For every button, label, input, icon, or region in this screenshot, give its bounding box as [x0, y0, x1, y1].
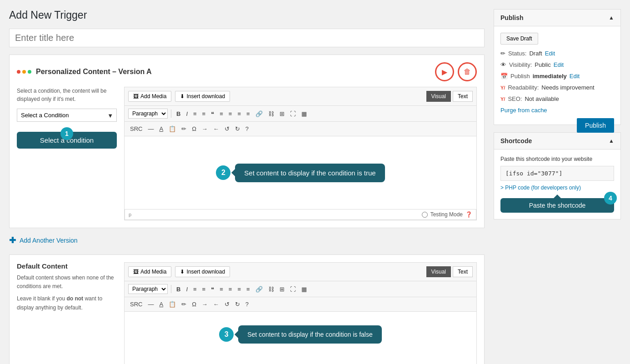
testing-mode-help-icon: ❓	[465, 211, 472, 218]
ol-button[interactable]: ≡	[200, 110, 208, 118]
add-media-icon: 🖼	[133, 93, 139, 100]
default-quote-button[interactable]: ❝	[209, 285, 216, 294]
dot-yellow	[22, 70, 26, 74]
default-editor-area[interactable]: 3 Set content to display if the conditio…	[124, 311, 477, 364]
quote-button[interactable]: ❝	[209, 110, 216, 118]
tab-text[interactable]: Text	[453, 91, 473, 102]
indent-in-button[interactable]: →	[200, 125, 210, 133]
default-align-justify-button[interactable]: ≡	[245, 285, 252, 294]
default-content-block: Default Content Default content shows wh…	[9, 254, 485, 364]
default-undo-button[interactable]: ↺	[223, 300, 231, 309]
default-align-left-button[interactable]: ≡	[218, 285, 225, 294]
default-align-center-button[interactable]: ≡	[227, 285, 234, 294]
default-insert-download-label: Insert download	[186, 269, 225, 275]
default-sep	[171, 285, 171, 293]
default-bold-button[interactable]: B	[175, 285, 182, 294]
editor-area-version[interactable]: 2 Set content to display if the conditio…	[124, 136, 477, 220]
grid-button[interactable]: ▦	[300, 110, 309, 118]
default-tab-text[interactable]: Text	[453, 266, 473, 277]
testing-mode-label: Testing Mode	[430, 211, 463, 218]
default-indent-out-button[interactable]: ←	[211, 300, 221, 309]
visibility-edit-link[interactable]: Edit	[554, 61, 564, 68]
default-ol-button[interactable]: ≡	[200, 285, 208, 294]
default-insert-download-button[interactable]: ⬇ Insert download	[175, 266, 230, 277]
publish-time-row: 📅 Publish immediately Edit	[500, 73, 614, 80]
text-color-button[interactable]: A	[157, 125, 165, 133]
play-button[interactable]: ▶	[435, 62, 454, 81]
default-help-button[interactable]: ?	[244, 300, 250, 309]
italic-button[interactable]: I	[184, 110, 190, 118]
insert-icon: ⬇	[180, 93, 185, 100]
readability-row: Y/ Readability: Needs improvement	[500, 84, 614, 91]
publish-button[interactable]: Publish	[577, 118, 614, 133]
shortcode-code-box[interactable]: [ifso id="3077"]	[500, 166, 614, 181]
chevron-up-icon: ▲	[609, 15, 614, 21]
default-unlink-button[interactable]: ⛓	[266, 285, 276, 294]
shortcode-chevron-icon: ▲	[609, 138, 614, 144]
purge-cache-link[interactable]: Purge from cache	[500, 107, 614, 114]
hr-button[interactable]: —	[146, 125, 155, 133]
default-fullscreen-button[interactable]: ⛶	[288, 285, 298, 294]
align-center-button[interactable]: ≡	[227, 110, 234, 118]
default-link-button[interactable]: 🔗	[254, 285, 265, 294]
default-grid-button[interactable]: ▦	[300, 285, 309, 294]
default-paste-button[interactable]: 📋	[167, 300, 178, 309]
help-button[interactable]: ?	[244, 125, 250, 133]
align-right-button[interactable]: ≡	[235, 110, 243, 118]
readability-icon: Y/	[500, 85, 505, 90]
default-block-body: Default Content Default content shows wh…	[17, 262, 477, 364]
default-redo-button[interactable]: ↻	[233, 300, 242, 309]
ul-button[interactable]: ≡	[191, 110, 199, 118]
align-left-button[interactable]: ≡	[218, 110, 225, 118]
default-align-right-button[interactable]: ≡	[235, 285, 243, 294]
omega-button[interactable]: Ω	[190, 125, 198, 133]
default-paragraph-select[interactable]: Paragraph	[128, 284, 168, 294]
default-ul-button[interactable]: ≡	[191, 285, 199, 294]
php-code-link[interactable]: > PHP code (for developers only)	[500, 184, 614, 191]
save-draft-button[interactable]: Save Draft	[500, 33, 538, 45]
dot-green	[28, 70, 31, 74]
pencil-button[interactable]: ✏	[180, 125, 188, 133]
readability-label: Readability:	[508, 84, 539, 91]
default-text-color-button[interactable]: A	[157, 300, 165, 309]
default-italic-button[interactable]: I	[184, 285, 190, 294]
add-media-button[interactable]: 🖼 Add Media	[128, 91, 171, 102]
add-version-label: Add Another Version	[20, 237, 78, 244]
add-version-button[interactable]: ✚ Add Another Version	[9, 234, 78, 247]
status-label: Status:	[508, 50, 526, 57]
default-omega-button[interactable]: Ω	[190, 300, 198, 309]
fullscreen-button[interactable]: ⛶	[288, 110, 298, 118]
title-input[interactable]	[9, 29, 485, 47]
tab-visual[interactable]: Visual	[426, 91, 451, 102]
paste-button[interactable]: 📋	[167, 125, 178, 133]
status-value: Draft	[529, 50, 542, 57]
align-justify-button[interactable]: ≡	[245, 110, 252, 118]
unlink-button[interactable]: ⛓	[266, 110, 276, 118]
callout-2-wrap: 2 Set content to display if the conditio…	[216, 164, 385, 182]
editor-content-version[interactable]: 2 Set content to display if the conditio…	[125, 136, 476, 209]
source-button[interactable]: SRC	[128, 125, 144, 133]
default-pencil-button[interactable]: ✏	[180, 300, 188, 309]
redo-button[interactable]: ↻	[233, 125, 242, 133]
insert-download-button[interactable]: ⬇ Insert download	[175, 91, 230, 102]
default-table-button[interactable]: ⊞	[278, 285, 286, 294]
status-edit-link[interactable]: Edit	[545, 50, 555, 57]
delete-button[interactable]: 🗑	[458, 62, 477, 81]
default-hr-button[interactable]: —	[146, 300, 155, 309]
callout-3-wrap: 3 Set content to display if the conditio…	[125, 312, 476, 357]
default-view-tabs: Visual Text	[426, 266, 473, 277]
table-button[interactable]: ⊞	[278, 110, 286, 118]
default-source-button[interactable]: SRC	[128, 300, 144, 309]
bold-button[interactable]: B	[175, 110, 182, 118]
undo-button[interactable]: ↺	[223, 125, 231, 133]
testing-mode-radio[interactable]	[422, 212, 428, 218]
separator	[171, 110, 171, 118]
publish-time-edit-link[interactable]: Edit	[570, 73, 580, 80]
condition-select[interactable]: Select a Condition	[17, 109, 117, 122]
default-indent-in-button[interactable]: →	[200, 300, 210, 309]
default-add-media-button[interactable]: 🖼 Add Media	[128, 266, 171, 277]
paragraph-select[interactable]: Paragraph	[128, 109, 168, 119]
indent-out-button[interactable]: ←	[211, 125, 221, 133]
link-button[interactable]: 🔗	[254, 110, 265, 118]
default-tab-visual[interactable]: Visual	[426, 266, 451, 277]
